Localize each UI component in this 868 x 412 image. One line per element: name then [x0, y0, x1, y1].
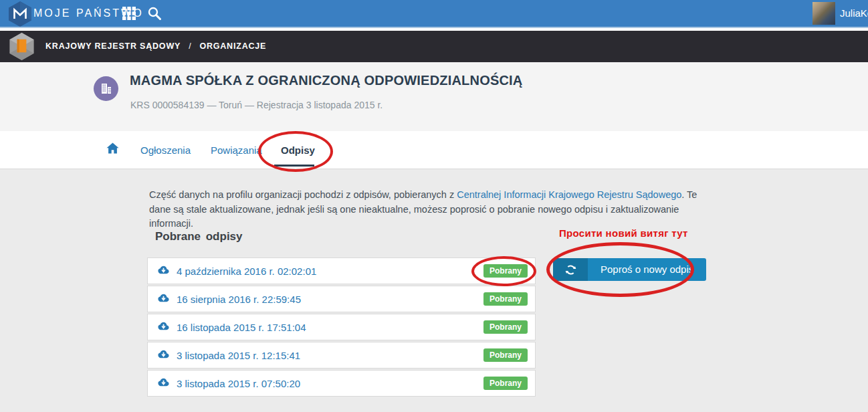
- transcript-date-link[interactable]: 3 listopada 2015 r. 07:50:20: [177, 378, 300, 389]
- page-title: MAGMA SPÓŁKA Z OGRANICZONĄ ODPOWIEDZIALN…: [130, 73, 523, 88]
- organization-header: MAGMA SPÓŁKA Z OGRANICZONĄ ODPOWIEDZIALN…: [0, 62, 868, 131]
- tab-transcripts-active[interactable]: Odpisy: [281, 144, 315, 156]
- tab-home[interactable]: [106, 142, 119, 157]
- intro-paragraph: Część danych na profilu organizacji poch…: [149, 188, 718, 231]
- breadcrumb: KRAJOWY REJESTR SĄDOWY/ORGANIZACJE: [45, 41, 266, 51]
- user-name[interactable]: JuliaKo: [840, 7, 868, 19]
- transcript-row[interactable]: 16 sierpnia 2016 r. 22:59:45 Pobrany: [147, 286, 536, 312]
- cloud-download-icon: [157, 264, 170, 278]
- cloud-download-icon: [157, 292, 170, 306]
- organization-subtitle: KRS 0000584139 — Toruń — Rejestracja 3 l…: [130, 100, 383, 110]
- active-tab-underline: [274, 165, 314, 167]
- mojepanstwo-logo-icon[interactable]: [7, 1, 33, 30]
- tab-announcements[interactable]: Ogłoszenia: [140, 144, 191, 156]
- breadcrumb-section-link[interactable]: KRAJOWY REJESTR SĄDOWY: [45, 41, 181, 51]
- downloaded-transcripts-heading: Pobrane odpisy: [155, 230, 243, 243]
- organization-avatar: [94, 76, 118, 101]
- tab-connections[interactable]: Powiązania: [211, 144, 262, 156]
- breadcrumb-separator: /: [189, 41, 191, 51]
- transcript-date-link[interactable]: 4 października 2016 r. 02:02:01: [177, 266, 316, 277]
- request-new-transcript-button[interactable]: Poproś o nowy odpis: [553, 258, 706, 281]
- intro-text-before: Część danych na profilu organizacji poch…: [149, 189, 457, 200]
- transcript-row[interactable]: 4 października 2016 r. 02:02:01 Pobrany: [147, 258, 536, 284]
- search-icon[interactable]: [147, 6, 162, 21]
- breadcrumb-current-link[interactable]: ORGANIZACJE: [199, 41, 266, 51]
- apps-grid-icon[interactable]: [122, 6, 136, 21]
- transcripts-list: 4 października 2016 r. 02:02:01 Pobrany …: [147, 258, 536, 398]
- cloud-download-icon: [157, 320, 170, 334]
- status-badge: Pobrany: [483, 348, 528, 362]
- central-information-link[interactable]: Centralnej Informacji Krajowego Rejestru…: [457, 189, 681, 200]
- building-icon: [100, 82, 112, 95]
- status-badge: Pobrany: [483, 320, 528, 334]
- transcript-row[interactable]: 3 listopada 2015 r. 07:50:20 Pobrany: [147, 370, 536, 397]
- user-avatar[interactable]: [812, 2, 835, 25]
- status-badge: Pobrany: [483, 264, 528, 278]
- home-icon: [106, 142, 119, 154]
- transcript-date-link[interactable]: 16 listopada 2015 r. 17:51:04: [177, 322, 306, 333]
- transcript-row[interactable]: 3 listopada 2015 r. 12:15:41 Pobrany: [147, 342, 536, 369]
- status-badge: Pobrany: [483, 377, 528, 390]
- breadcrumb-bar: KRAJOWY REJESTR SĄDOWY/ORGANIZACJE: [0, 31, 868, 62]
- main-content: Część danych na profilu organizacji poch…: [0, 169, 868, 412]
- request-button-label: Poproś o nowy odpis: [588, 258, 706, 281]
- transcript-date-link[interactable]: 16 sierpnia 2016 r. 22:59:45: [177, 294, 301, 305]
- tab-bar: Ogłoszenia Powiązania Odpisy: [0, 131, 868, 169]
- cloud-download-icon: [157, 377, 170, 390]
- refresh-icon: [553, 258, 588, 281]
- krs-registry-icon[interactable]: [7, 31, 37, 64]
- cloud-download-icon: [157, 348, 170, 362]
- transcript-row[interactable]: 16 listopada 2015 r. 17:51:04 Pobrany: [147, 314, 536, 340]
- annotation-note-text: Просити новий витяг тут: [559, 227, 688, 239]
- transcript-date-link[interactable]: 3 listopada 2015 r. 12:15:41: [177, 350, 300, 361]
- status-badge: Pobrany: [483, 292, 528, 306]
- top-navigation-bar: MOJE PAŃSTWO JuliaKo: [0, 0, 868, 27]
